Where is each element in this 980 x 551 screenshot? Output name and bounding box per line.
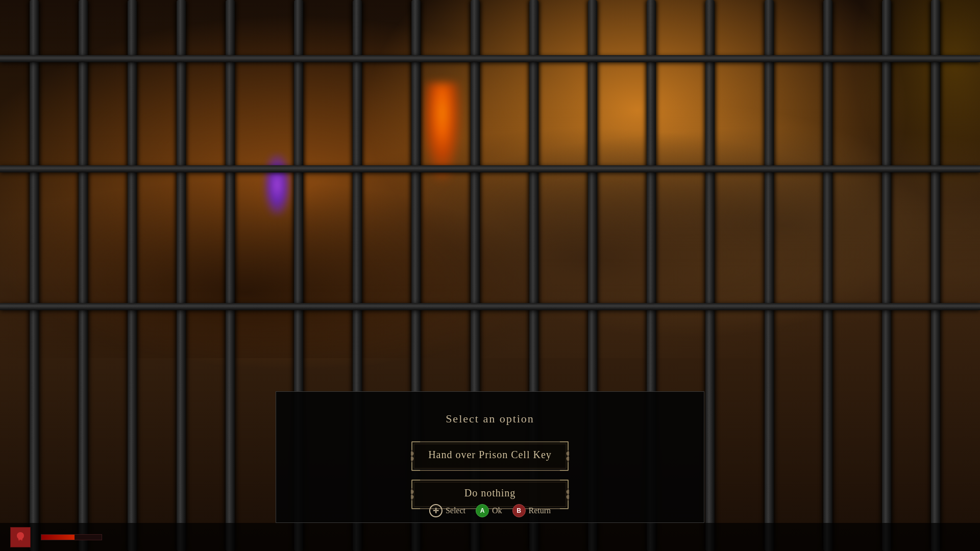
health-bar-container — [41, 534, 102, 540]
skull-icon — [14, 531, 27, 543]
return-hint: B Return — [512, 504, 551, 517]
svg-rect-5 — [21, 540, 22, 541]
scene-figures — [0, 28, 980, 358]
a-button-icon: A — [476, 504, 489, 517]
select-hint: ✛ Select — [429, 504, 465, 517]
b-button-icon: B — [512, 504, 526, 517]
dialog-title: Select an option — [446, 412, 534, 425]
option-2-label: Do nothing — [464, 487, 516, 498]
golden-light — [852, 0, 980, 204]
select-label: Select — [446, 506, 465, 515]
torch-glow — [422, 83, 462, 185]
ok-label: Ok — [492, 506, 502, 515]
option-1-label: Hand over Prison Cell Key — [428, 449, 552, 460]
purple-flame — [264, 154, 290, 215]
do-nothing-button[interactable]: Do nothing — [411, 479, 569, 507]
health-bar-fill — [41, 535, 75, 540]
health-icon — [10, 527, 31, 547]
hud-bar — [0, 523, 980, 551]
dpad-icon: ✛ — [429, 504, 443, 517]
action-hints: ✛ Select A Ok B Return — [429, 504, 551, 517]
svg-rect-4 — [18, 540, 20, 541]
return-label: Return — [529, 506, 551, 515]
dialog-panel: Select an option Hand over Prison Cell K… — [276, 391, 704, 523]
ok-hint: A Ok — [476, 504, 502, 517]
hand-over-key-button[interactable]: Hand over Prison Cell Key — [411, 441, 569, 469]
